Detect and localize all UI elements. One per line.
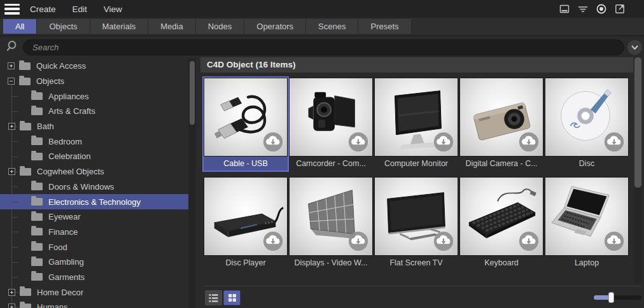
asset-name: Displays - Video W... (289, 256, 373, 270)
tab-media[interactable]: Media (148, 19, 195, 34)
tree-item-cogwheel-objects[interactable]: Cogwheel Objects (0, 164, 188, 179)
expand-plus-icon[interactable] (8, 123, 15, 130)
content-group-header: C4D Object (16 Items) (200, 57, 633, 73)
asset-thumbnail (459, 177, 543, 256)
expand-plus-icon[interactable] (8, 168, 15, 175)
tab-operators[interactable]: Operators (244, 19, 306, 34)
panel-icon[interactable] (558, 3, 571, 15)
tab-objects[interactable]: Objects (37, 19, 90, 34)
expand-plus-icon[interactable] (8, 304, 15, 308)
tree-item-doors-windows[interactable]: Doors & Windows (0, 179, 188, 195)
tree-item-objects[interactable]: Objects (0, 74, 188, 89)
list-view-button[interactable] (205, 290, 222, 305)
download-cloud-icon[interactable] (262, 131, 284, 153)
tree-item-food[interactable]: Food (0, 239, 188, 255)
tree-item-finance[interactable]: Finance (0, 225, 188, 240)
tree-item-label: Home Decor (37, 288, 83, 297)
asset-thumbnail (374, 78, 458, 157)
download-cloud-icon[interactable] (433, 131, 454, 153)
folder-icon (20, 304, 31, 308)
folder-icon (31, 92, 43, 100)
tree-item-label: Finance (48, 227, 78, 237)
tree-item-bath[interactable]: Bath (0, 119, 188, 134)
list-view-icon (208, 293, 219, 304)
tree-item-label: Bath (37, 122, 54, 131)
tree-item-home-decor[interactable]: Home Decor (0, 284, 188, 300)
menu-view[interactable]: View (104, 4, 122, 14)
content-scrollbar[interactable] (634, 57, 641, 284)
asset-tile-keyboard[interactable]: Keyboard (459, 177, 543, 270)
asset-tile-flat-screen-tv[interactable]: Flat Screen TV (374, 177, 458, 270)
tree-item-label: Doors & Windows (48, 182, 114, 192)
tree-item-quick-access[interactable]: Quick Access (0, 59, 188, 74)
download-cloud-icon[interactable] (603, 230, 625, 252)
grid-view-button[interactable] (223, 290, 241, 305)
tab-nodes[interactable]: Nodes (196, 19, 245, 34)
asset-thumbnail (289, 78, 373, 157)
asset-tile-video-wall[interactable]: Displays - Video W... (289, 177, 373, 270)
download-cloud-icon[interactable] (518, 131, 540, 153)
tab-materials[interactable]: Materials (90, 19, 149, 34)
filter-icon[interactable] (577, 3, 589, 15)
popout-icon[interactable] (613, 3, 626, 15)
download-cloud-icon[interactable] (518, 230, 540, 252)
asset-name: Disc (545, 157, 629, 171)
tree-item-celebration[interactable]: Celebration (0, 149, 188, 164)
tree-item-bedroom[interactable]: Bedroom (0, 134, 188, 149)
tree-item-label: Eyewear (48, 212, 81, 221)
tree-item-humans[interactable]: Humans (0, 300, 188, 308)
folder-icon (31, 153, 43, 160)
tree-item-label: Humans (37, 302, 67, 308)
record-icon[interactable] (595, 3, 608, 15)
asset-tile-disc-player[interactable]: Disc Player (204, 177, 288, 270)
expand-plus-icon[interactable] (8, 289, 15, 296)
search-input[interactable] (23, 39, 624, 55)
tree-item-electronics-technology[interactable]: Electronics & Technology (0, 194, 188, 209)
chevron-down-icon[interactable] (627, 40, 642, 55)
tree-item-label: Objects (36, 76, 64, 86)
asset-tile-computer-monitor[interactable]: Computer Monitor (374, 78, 458, 171)
tree-item-eyewear[interactable]: Eyewear (0, 209, 188, 225)
asset-tile-disc[interactable]: Disc (545, 78, 629, 171)
tree-item-garments[interactable]: Garments (0, 270, 188, 285)
asset-thumbnail (204, 78, 288, 157)
download-cloud-icon[interactable] (603, 131, 625, 153)
hamburger-menu-icon[interactable] (4, 4, 20, 15)
footer-divider (204, 286, 641, 286)
folder-icon (20, 123, 31, 130)
expand-plus-icon[interactable] (8, 62, 15, 69)
menu-create[interactable]: Create (30, 4, 56, 14)
download-cloud-icon[interactable] (433, 230, 454, 252)
tab-scenes[interactable]: Scenes (306, 19, 358, 34)
thumbnail-size-slider[interactable] (594, 295, 641, 300)
tree-item-label: Electronics & Technology (48, 197, 141, 207)
asset-tile-digital-camera[interactable]: Digital Camera - C... (459, 78, 543, 171)
tree-item-label: Arts & Crafts (48, 106, 95, 116)
tree-scrollbar[interactable] (188, 59, 196, 308)
asset-tile-laptop[interactable]: Laptop (545, 177, 629, 270)
content-scrollbar-thumb[interactable] (634, 57, 641, 188)
menu-bar: Create Edit View (0, 0, 644, 18)
tree-item-label: Food (48, 242, 67, 252)
asset-thumbnail (545, 78, 629, 157)
magnifier-icon (6, 39, 19, 55)
asset-name: Computer Monitor (374, 157, 458, 171)
tree-item-gambling[interactable]: Gambling (0, 255, 188, 270)
tree-scrollbar-thumb[interactable] (190, 61, 195, 125)
tree-item-appliances[interactable]: Appliances (0, 88, 188, 104)
download-cloud-icon[interactable] (262, 230, 284, 252)
tree-item-arts-crafts[interactable]: Arts & Crafts (0, 104, 188, 119)
menu-edit[interactable]: Edit (73, 4, 87, 14)
asset-tile-camcorder[interactable]: Camcorder - Com... (289, 78, 373, 171)
folder-tree: Quick Access Objects Appliances Arts & C… (0, 59, 188, 308)
download-cloud-icon[interactable] (347, 230, 369, 252)
tree-item-label: Quick Access (36, 61, 86, 71)
menubar-icons (552, 3, 644, 15)
tree-item-label: Garments (48, 272, 85, 282)
slider-handle[interactable] (608, 292, 614, 303)
tab-all[interactable]: All (3, 19, 37, 34)
collapse-minus-icon[interactable] (8, 78, 15, 85)
tab-presets[interactable]: Presets (358, 19, 411, 34)
asset-tile-cable-usb[interactable]: Cable - USB (204, 78, 288, 171)
download-cloud-icon[interactable] (347, 131, 369, 153)
